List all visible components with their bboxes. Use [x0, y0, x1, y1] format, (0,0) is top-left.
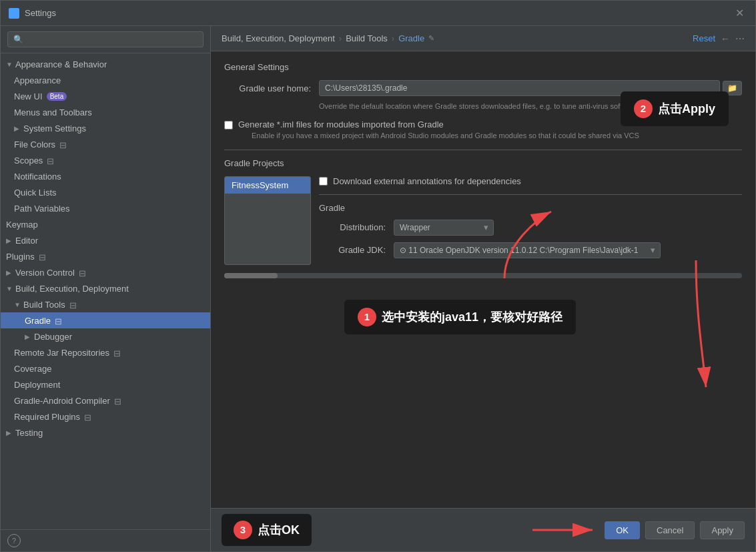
reset-button[interactable]: Reset — [693, 33, 715, 43]
sidebar-item-label: Scopes — [14, 156, 43, 166]
jdk-label: Gradle JDK: — [319, 245, 386, 255]
tree: Appearance & Behavior Appearance New UI … — [1, 53, 210, 529]
sidebar-item-gradle[interactable]: Gradle ⊟ — [1, 312, 210, 328]
sidebar-item-label: Debugger — [34, 332, 72, 342]
window-title: Settings — [25, 8, 731, 18]
sidebar-item-label: Quick Lists — [14, 188, 57, 198]
sidebar-item-appearance[interactable]: Appearance — [1, 72, 210, 88]
project-list: FitnessSystem — [224, 176, 311, 265]
sidebar-item-new-ui[interactable]: New UI Beta — [1, 88, 210, 104]
generate-iml-checkbox[interactable] — [224, 121, 233, 129]
sidebar-item-system-settings[interactable]: System Settings — [1, 120, 210, 136]
gradle-projects-title: Gradle Projects — [224, 158, 742, 168]
sidebar-item-build-exec-deploy[interactable]: Build, Execution, Deployment — [1, 280, 210, 296]
chevron-icon — [14, 125, 21, 132]
callout-3-bubble: 3 点击OK — [222, 514, 312, 546]
distribution-row: Distribution: Wrapper Local installation… — [319, 220, 742, 236]
settings-window: Settings ✕ Appearance & Behavior Appeara… — [0, 0, 756, 552]
sidebar-item-build-tools[interactable]: Build Tools ⊟ — [1, 296, 210, 312]
sidebar-item-label: File Colors — [14, 140, 55, 150]
sidebar-item-label: System Settings — [23, 123, 86, 133]
sidebar-item-plugins[interactable]: Plugins ⊟ — [1, 248, 210, 264]
search-bar — [1, 26, 210, 53]
sidebar-item-required-plugins[interactable]: Required Plugins ⊟ — [1, 408, 210, 425]
sidebar-item-coverage[interactable]: Coverage — [1, 360, 210, 376]
chevron-icon — [6, 237, 13, 244]
title-bar: Settings ✕ — [1, 1, 755, 26]
sidebar-item-editor[interactable]: Editor — [1, 232, 210, 248]
annotations-checkbox-row: Download external annotations for depend… — [319, 176, 742, 186]
sidebar-item-label: Build Tools — [23, 300, 65, 310]
ok-button[interactable]: OK — [605, 521, 640, 539]
sidebar-item-label: Remote Jar Repositories — [14, 348, 109, 358]
sidebar-item-quick-lists[interactable]: Quick Lists — [1, 184, 210, 200]
settings-icon: ⊟ — [59, 140, 67, 148]
sidebar-item-label: Deployment — [14, 380, 60, 390]
settings-icon: ⊟ — [114, 396, 122, 404]
sidebar-item-deployment[interactable]: Deployment — [1, 376, 210, 392]
generate-iml-label[interactable]: Generate *.iml files for modules importe… — [238, 119, 444, 129]
chevron-icon — [14, 301, 21, 308]
jdk-row: Gradle JDK: ⊙ 11 Oracle OpenJDK version … — [319, 242, 742, 258]
sidebar-item-label: Gradle-Android Compiler — [14, 396, 110, 406]
breadcrumb-bar: Build, Execution, Deployment › Build Too… — [211, 26, 755, 51]
app-icon — [9, 8, 19, 19]
divider — [224, 150, 742, 150]
sidebar: Appearance & Behavior Appearance New UI … — [1, 26, 211, 551]
help-button[interactable]: ? — [7, 534, 21, 547]
sidebar-item-gradle-android[interactable]: Gradle-Android Compiler ⊟ — [1, 392, 210, 408]
sidebar-item-label: Editor — [15, 236, 38, 246]
project-item-fitness[interactable]: FitnessSystem — [225, 177, 310, 194]
back-button[interactable]: ← — [721, 33, 730, 44]
gradle-home-hint: Override the default location where Grad… — [319, 101, 742, 111]
sidebar-item-scopes[interactable]: Scopes ⊟ — [1, 152, 210, 168]
sidebar-item-version-control[interactable]: Version Control ⊟ — [1, 264, 210, 280]
main-content: Appearance & Behavior Appearance New UI … — [1, 26, 755, 551]
right-panel: Build, Execution, Deployment › Build Too… — [211, 26, 755, 551]
panel-content: General Settings Gradle user home: 📁 Ove… — [211, 51, 755, 508]
breadcrumb-sep-2: › — [392, 33, 394, 43]
beta-badge: Beta — [47, 92, 67, 101]
sidebar-item-keymap[interactable]: Keymap — [1, 216, 210, 232]
scrollbar-thumb — [224, 273, 278, 278]
annotations-checkbox[interactable] — [319, 177, 328, 186]
sidebar-item-notifications[interactable]: Notifications — [1, 168, 210, 184]
bottom-bar: 3 点击OK OK Cancel Apply — [211, 508, 755, 551]
browse-button[interactable]: 📁 — [723, 81, 742, 95]
generate-iml-hint: Enable if you have a mixed project with … — [252, 131, 639, 141]
sidebar-item-menus-toolbars[interactable]: Menus and Toolbars — [1, 104, 210, 120]
horizontal-scrollbar[interactable] — [224, 273, 742, 278]
sidebar-item-label: Menus and Toolbars — [14, 107, 92, 117]
arrow-3-svg — [532, 520, 599, 540]
generate-iml-row: Generate *.iml files for modules importe… — [224, 119, 742, 141]
settings-icon: ⊟ — [47, 156, 55, 164]
apply-button[interactable]: Apply — [700, 521, 745, 539]
sidebar-item-label: Keymap — [6, 220, 38, 230]
sidebar-item-testing[interactable]: Testing — [1, 425, 210, 441]
sidebar-item-remote-jar[interactable]: Remote Jar Repositories ⊟ — [1, 344, 210, 360]
distribution-select-wrap: Wrapper Local installation Specified loc… — [394, 220, 494, 236]
distribution-select[interactable]: Wrapper Local installation Specified loc… — [394, 220, 494, 236]
jdk-select-wrap: ⊙ 11 Oracle OpenJDK version 11.0.12 C:\P… — [394, 242, 661, 258]
breadcrumb-actions: Reset ← ⋯ — [693, 33, 745, 44]
jdk-select[interactable]: ⊙ 11 Oracle OpenJDK version 11.0.12 C:\P… — [394, 242, 661, 258]
callout-1-text: 选中安装的java11，要核对好路径 — [382, 309, 562, 325]
annotations-label[interactable]: Download external annotations for depend… — [333, 176, 521, 186]
chevron-icon — [6, 285, 13, 292]
forward-button[interactable]: ⋯ — [735, 33, 745, 44]
sidebar-item-label: Appearance — [14, 75, 61, 85]
cancel-button[interactable]: Cancel — [645, 521, 695, 539]
sidebar-item-debugger[interactable]: Debugger — [1, 328, 210, 344]
gradle-section-title: Gradle — [319, 203, 742, 213]
sidebar-item-path-variables[interactable]: Path Variables — [1, 200, 210, 216]
settings-icon: ⊟ — [39, 252, 47, 260]
sidebar-item-label: Appearance & Behavior — [15, 59, 107, 69]
projects-section: FitnessSystem Download external annotati… — [224, 176, 742, 265]
breadcrumb-part-3: Gradle — [398, 33, 424, 43]
sidebar-item-file-colors[interactable]: File Colors ⊟ — [1, 136, 210, 152]
gradle-home-input[interactable] — [319, 80, 720, 96]
callout-3-text: 点击OK — [258, 522, 300, 538]
search-input[interactable] — [7, 31, 204, 47]
close-button[interactable]: ✕ — [731, 5, 747, 21]
sidebar-item-appearance-behavior[interactable]: Appearance & Behavior — [1, 56, 210, 72]
